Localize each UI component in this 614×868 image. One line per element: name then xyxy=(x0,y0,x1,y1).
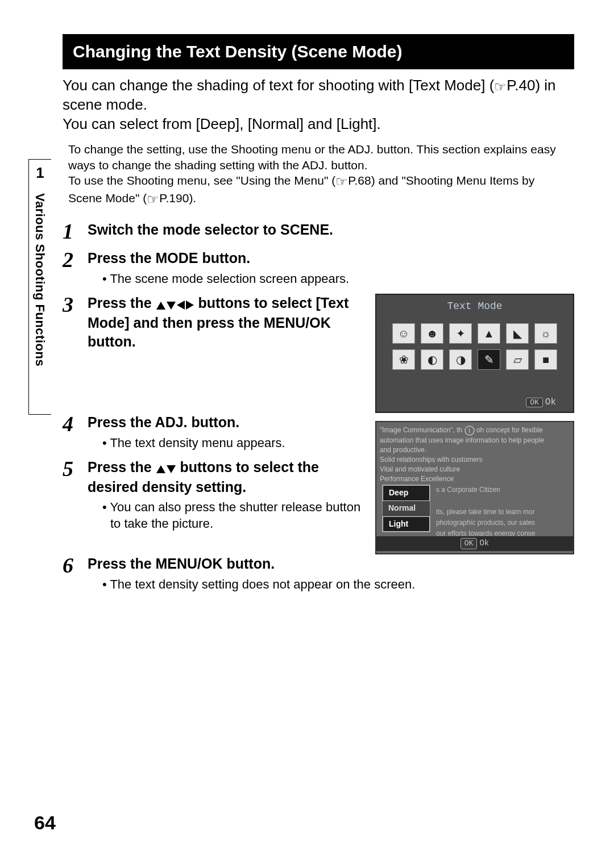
scene-icon-face: ☻ xyxy=(421,323,443,344)
ok-label: Ok xyxy=(545,397,556,407)
chapter-number: 1 xyxy=(29,160,51,182)
step-title: Press the buttons to select the desired … xyxy=(88,458,364,496)
step-5: 5 Press the buttons to select the desire… xyxy=(63,458,364,532)
step-number: 4 xyxy=(63,413,88,435)
scene-icon-zoom-macro: ❀ xyxy=(392,349,415,370)
step-bullet: The text density menu appears. xyxy=(102,435,364,452)
density-deep: Deep xyxy=(383,485,430,501)
screen2-footer: OKOk xyxy=(376,536,573,551)
page-number: 64 xyxy=(34,812,56,834)
scene-icon-portrait: ☺ xyxy=(392,323,415,344)
step-6: 6 Press the MENU/OK button. The text den… xyxy=(63,554,574,592)
step-2: 2 Press the MODE button. The scene mode … xyxy=(63,249,574,287)
screen2-bg-text: "Image Communication", th i oh concept f… xyxy=(380,425,573,483)
screen-density-menu: "Image Communication", th i oh concept f… xyxy=(375,421,574,554)
intro-line2: You can select from [Deep], [Normal] and… xyxy=(63,115,381,132)
scene-icon-skew: ▱ xyxy=(506,349,529,370)
step-title: Press the ADJ. button. xyxy=(88,413,364,432)
step-4: 4 Press the ADJ. button. The text densit… xyxy=(63,413,364,451)
scene-icon-sports: ✦ xyxy=(449,323,472,344)
step-number: 5 xyxy=(63,458,88,479)
intro-text: You can change the shading of text for s… xyxy=(63,76,574,133)
step-3: 3 Press the buttons to select [Text Mode… xyxy=(63,294,364,350)
chapter-title: Various Shooting Functions xyxy=(29,182,51,366)
step-number: 1 xyxy=(63,220,88,242)
note-p1: To change the setting, use the Shooting … xyxy=(68,141,569,173)
step-number: 2 xyxy=(63,249,88,270)
step-bullet: The scene mode selection screen appears. xyxy=(102,271,574,287)
scene-icon-movie: ■ xyxy=(534,349,557,370)
density-option-list: Deep Normal Light xyxy=(382,485,430,532)
scene-icon-text-selected: ✎ xyxy=(478,349,500,370)
intro-line1a: You can change the shading of text for s… xyxy=(63,77,494,94)
screen-scene-select: Text Mode ☺ ☻ ✦ ▲ ◣ ☼ ❀ ◐ ◑ ✎ ▱ ■ xyxy=(375,294,574,413)
scene-icon-sepia: ◑ xyxy=(449,349,472,370)
step-title: Press the buttons to select [Text Mode] … xyxy=(88,294,364,350)
step-title: Press the MODE button. xyxy=(88,249,574,268)
chapter-side-tab: 1 Various Shooting Functions xyxy=(28,159,51,415)
scene-icon-landscape: ▲ xyxy=(478,323,500,344)
step-number: 6 xyxy=(63,554,88,576)
up-down-icon xyxy=(156,459,176,478)
step-bullet: The text density setting does not appear… xyxy=(102,577,574,593)
ok-label: Ok xyxy=(479,539,489,548)
scene-icon-nightscape: ◣ xyxy=(506,323,529,344)
screen-footer: OKOk xyxy=(376,387,573,412)
dpad-icon xyxy=(156,295,194,314)
scene-icon-grid: ☺ ☻ ✦ ▲ ◣ ☼ ❀ ◐ ◑ ✎ ▱ ■ xyxy=(376,323,573,387)
intro-ref1: P.40 xyxy=(507,77,535,94)
density-normal: Normal xyxy=(383,501,430,516)
step-1: 1 Switch the mode selector to SCENE. xyxy=(63,220,574,242)
step-title: Press the MENU/OK button. xyxy=(88,554,574,573)
note-p2: To use the Shooting menu, see "Using the… xyxy=(68,173,569,208)
density-light: Light xyxy=(383,516,430,532)
step-title: Switch the mode selector to SCENE. xyxy=(88,220,574,239)
hand-pointer-icon: ☞ xyxy=(335,173,348,190)
ok-badge-icon: OK xyxy=(526,398,543,407)
scene-icon-bw: ◐ xyxy=(421,349,443,370)
ok-badge-icon: OK xyxy=(460,538,478,549)
section-header: Changing the Text Density (Scene Mode) xyxy=(63,34,574,69)
steps-list: 1 Switch the mode selector to SCENE. 2 P… xyxy=(63,220,574,592)
step-number: 3 xyxy=(63,294,88,315)
step-bullet: You can also press the shutter release b… xyxy=(102,499,364,532)
note-box: To change the setting, use the Shooting … xyxy=(63,141,574,212)
screen2-right-text: s a Corporate Citizen its, please take t… xyxy=(436,485,536,539)
hand-pointer-icon: ☞ xyxy=(147,190,159,208)
hand-pointer-icon: ☞ xyxy=(494,78,507,95)
screen-title: Text Mode xyxy=(376,295,573,323)
scene-icon-high-sens: ☼ xyxy=(534,323,557,344)
info-icon: i xyxy=(464,425,475,436)
